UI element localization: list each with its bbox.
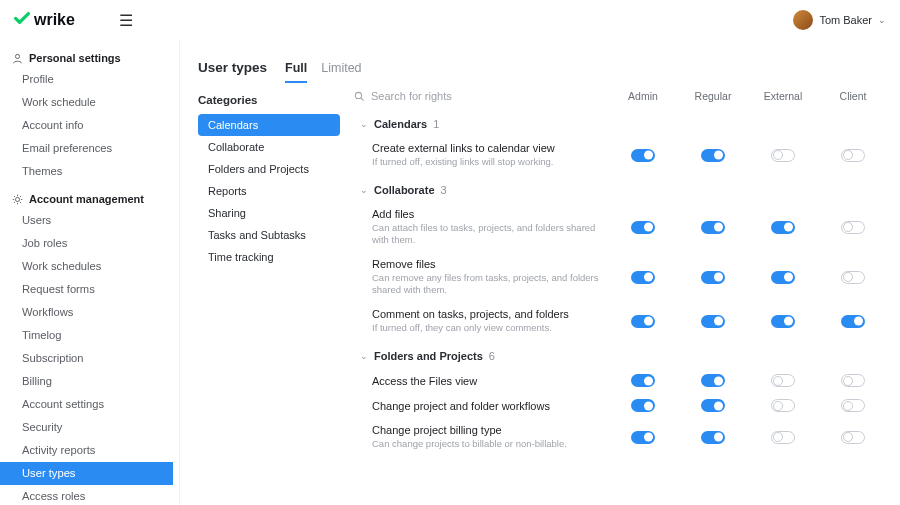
svg-point-2 xyxy=(355,92,361,98)
sidebar-item[interactable]: User types xyxy=(0,462,173,485)
categories-heading: Categories xyxy=(198,90,348,114)
group-count: 1 xyxy=(433,118,439,130)
svg-point-1 xyxy=(15,197,19,201)
toggle[interactable] xyxy=(631,271,655,284)
sidebar-item[interactable]: Billing xyxy=(0,370,179,393)
toggle[interactable] xyxy=(701,221,725,234)
toggle[interactable] xyxy=(771,315,795,328)
toggle[interactable] xyxy=(631,221,655,234)
sidebar-item[interactable]: Work schedules xyxy=(0,255,179,278)
sidebar-item[interactable]: Security xyxy=(0,416,179,439)
sidebar-item[interactable]: Subscription xyxy=(0,347,179,370)
group-count: 6 xyxy=(489,350,495,362)
toggle[interactable] xyxy=(701,431,725,444)
sidebar-item[interactable]: Account info xyxy=(0,114,179,137)
toggle[interactable] xyxy=(631,431,655,444)
rights-header: Search for rights AdminRegularExternalCl… xyxy=(354,90,894,108)
sidebar-item[interactable]: Account settings xyxy=(0,393,179,416)
sidebar-item[interactable]: Access roles xyxy=(0,485,179,505)
group-count: 3 xyxy=(441,184,447,196)
right-title: Add files xyxy=(372,208,608,220)
toggle[interactable] xyxy=(841,149,865,162)
toggle[interactable] xyxy=(631,374,655,387)
category-item[interactable]: Reports xyxy=(198,180,340,202)
right-title: Remove files xyxy=(372,258,608,270)
right-desc: If turned off, existing links will stop … xyxy=(372,156,608,168)
toggle[interactable] xyxy=(771,271,795,284)
right-desc: If turned off, they can only view commen… xyxy=(372,322,608,334)
rights-table: Search for rights AdminRegularExternalCl… xyxy=(348,90,894,503)
toggle[interactable] xyxy=(841,315,865,328)
sidebar-item[interactable]: Profile xyxy=(0,68,179,91)
sidebar-item[interactable]: Users xyxy=(0,209,179,232)
category-item[interactable]: Tasks and Subtasks xyxy=(198,224,340,246)
group-name: Folders and Projects xyxy=(374,350,483,362)
sidebar-item[interactable]: Themes xyxy=(0,160,179,183)
toggle[interactable] xyxy=(771,399,795,412)
toggle[interactable] xyxy=(631,315,655,328)
toggle[interactable] xyxy=(631,149,655,162)
right-title: Access the Files view xyxy=(372,375,608,387)
column-header: Admin xyxy=(608,90,678,102)
sidebar-item[interactable]: Job roles xyxy=(0,232,179,255)
toggle[interactable] xyxy=(841,399,865,412)
chevron-down-icon: ⌄ xyxy=(360,185,368,195)
group-name: Calendars xyxy=(374,118,427,130)
toggle[interactable] xyxy=(701,374,725,387)
category-item[interactable]: Calendars xyxy=(198,114,340,136)
user-menu[interactable]: Tom Baker ⌄ xyxy=(793,10,886,30)
search-input[interactable]: Search for rights xyxy=(354,90,608,102)
column-header: External xyxy=(748,90,818,102)
user-icon xyxy=(12,53,23,64)
sidebar-item[interactable]: Activity reports xyxy=(0,439,179,462)
svg-point-0 xyxy=(15,54,19,58)
chevron-down-icon: ⌄ xyxy=(878,15,886,25)
categories-panel: Categories CalendarsCollaborateFolders a… xyxy=(198,90,348,503)
column-header: Client xyxy=(818,90,888,102)
svg-line-3 xyxy=(361,97,364,100)
toggle[interactable] xyxy=(841,271,865,284)
sidebar-item[interactable]: Email preferences xyxy=(0,137,179,160)
category-item[interactable]: Folders and Projects xyxy=(198,158,340,180)
group-header[interactable]: ⌄Calendars 1 xyxy=(354,108,894,136)
toggle[interactable] xyxy=(771,149,795,162)
column-header: Regular xyxy=(678,90,748,102)
page-header: User types FullLimited xyxy=(180,44,900,82)
sidebar-section-account: Account management xyxy=(0,189,179,209)
category-item[interactable]: Time tracking xyxy=(198,246,340,268)
chevron-down-icon: ⌄ xyxy=(360,351,368,361)
right-row: Access the Files view xyxy=(354,368,894,393)
group-header[interactable]: ⌄Folders and Projects 6 xyxy=(354,340,894,368)
sidebar-item[interactable]: Request forms xyxy=(0,278,179,301)
toggle[interactable] xyxy=(701,399,725,412)
toggle[interactable] xyxy=(771,221,795,234)
category-item[interactable]: Sharing xyxy=(198,202,340,224)
toggle[interactable] xyxy=(701,149,725,162)
user-name: Tom Baker xyxy=(819,14,872,26)
logo[interactable]: wrike xyxy=(14,11,75,29)
category-item[interactable]: Collaborate xyxy=(198,136,340,158)
sidebar-item[interactable]: Timelog xyxy=(0,324,179,347)
right-row: Comment on tasks, projects, and foldersI… xyxy=(354,302,894,340)
sidebar-item[interactable]: Work schedule xyxy=(0,91,179,114)
toggle[interactable] xyxy=(841,431,865,444)
sidebar-section-account-label: Account management xyxy=(29,193,144,205)
toggle[interactable] xyxy=(631,399,655,412)
toggle[interactable] xyxy=(841,221,865,234)
tab[interactable]: Full xyxy=(285,61,307,83)
sidebar-section-personal-label: Personal settings xyxy=(29,52,121,64)
search-icon xyxy=(354,91,365,102)
tab[interactable]: Limited xyxy=(321,61,361,81)
topbar: wrike ☰ Tom Baker ⌄ xyxy=(0,0,900,40)
right-desc: Can attach files to tasks, projects, and… xyxy=(372,222,608,246)
toggle[interactable] xyxy=(771,431,795,444)
toggle[interactable] xyxy=(841,374,865,387)
group-header[interactable]: ⌄Collaborate 3 xyxy=(354,174,894,202)
sidebar-item[interactable]: Workflows xyxy=(0,301,179,324)
toggle[interactable] xyxy=(701,315,725,328)
toggle[interactable] xyxy=(771,374,795,387)
sidebar: Personal settings ProfileWork scheduleAc… xyxy=(0,0,180,505)
menu-toggle-icon[interactable]: ☰ xyxy=(119,11,133,30)
toggle[interactable] xyxy=(701,271,725,284)
right-title: Change project and folder workflows xyxy=(372,400,608,412)
